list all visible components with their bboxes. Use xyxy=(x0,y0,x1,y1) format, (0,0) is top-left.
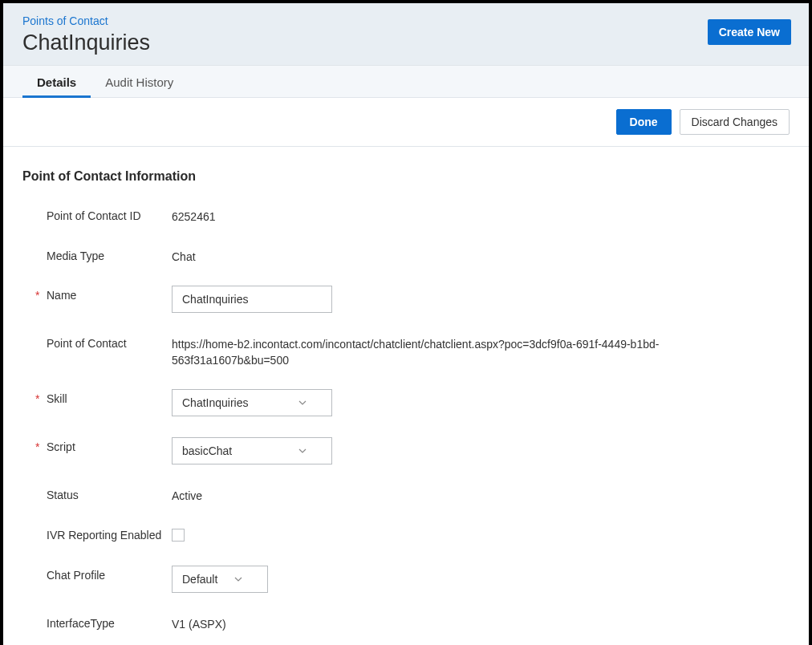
required-asterisk: * xyxy=(35,392,42,405)
status-label: Status xyxy=(47,489,79,501)
chevron-down-icon xyxy=(233,574,243,584)
status-value: Active xyxy=(172,485,202,505)
poc-url-value: https://home-b2.incontact.com/incontact/… xyxy=(172,334,669,368)
chevron-down-icon xyxy=(298,398,307,408)
section-title: Point of Contact Information xyxy=(22,169,790,184)
ivr-reporting-checkbox[interactable] xyxy=(172,529,185,542)
skill-select[interactable]: ChatInquiries xyxy=(172,389,332,416)
create-new-button[interactable]: Create New xyxy=(708,19,791,45)
skill-select-value: ChatInquiries xyxy=(182,396,249,409)
skill-label: Skill xyxy=(47,392,67,405)
interface-type-value: V1 (ASPX) xyxy=(172,614,226,633)
poc-id-value: 6252461 xyxy=(172,206,216,225)
ivr-reporting-label: IVR Reporting Enabled xyxy=(47,529,161,542)
discard-changes-button[interactable]: Discard Changes xyxy=(680,109,790,135)
actions-bar: Done Discard Changes xyxy=(3,98,809,147)
page-title: ChatInquiries xyxy=(22,30,790,55)
content-panel: Point of Contact Information Point of Co… xyxy=(3,147,809,645)
tab-audit-history[interactable]: Audit History xyxy=(91,66,188,97)
tabs: Details Audit History xyxy=(3,65,809,98)
done-button[interactable]: Done xyxy=(616,109,672,135)
required-asterisk: * xyxy=(35,440,42,453)
breadcrumb[interactable]: Points of Contact xyxy=(22,14,790,27)
media-type-label: Media Type xyxy=(47,249,104,262)
poc-id-label: Point of Contact ID xyxy=(47,209,141,222)
chat-profile-label: Chat Profile xyxy=(47,569,105,582)
chat-profile-select[interactable]: Default xyxy=(172,566,268,593)
interface-type-label: InterfaceType xyxy=(47,617,115,630)
chevron-down-icon xyxy=(298,446,307,456)
poc-url-label: Point of Contact xyxy=(47,337,127,350)
required-asterisk: * xyxy=(35,289,42,302)
media-type-value: Chat xyxy=(172,246,196,266)
script-label: Script xyxy=(47,440,75,453)
chat-profile-select-value: Default xyxy=(182,573,217,586)
script-select-value: basicChat xyxy=(182,444,232,457)
name-label: Name xyxy=(47,289,76,302)
tab-details[interactable]: Details xyxy=(22,66,91,97)
name-input[interactable] xyxy=(172,286,332,313)
script-select[interactable]: basicChat xyxy=(172,437,332,464)
